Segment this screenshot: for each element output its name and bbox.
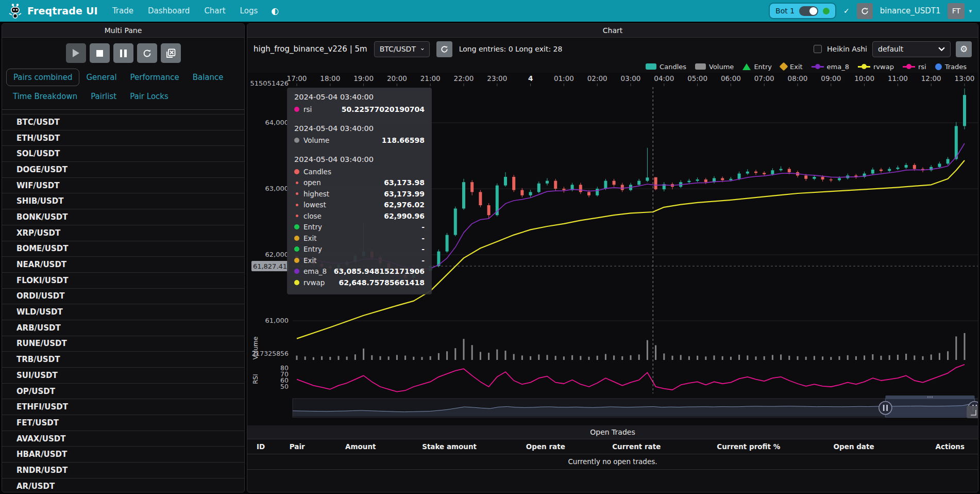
open-trades-header: Open Trades <box>247 425 978 439</box>
pair-list-item[interactable]: AR/USDT <box>2 479 244 492</box>
refresh-icon <box>143 49 151 58</box>
pair-list-item[interactable]: BTC/USDT <box>2 114 244 130</box>
legend-item-rvwap[interactable]: rvwap <box>858 63 894 71</box>
brand[interactable]: Freqtrade UI <box>8 3 98 19</box>
column-header-actions[interactable]: Actions <box>897 439 978 454</box>
series-marker-icon <box>294 258 299 263</box>
plot-config-select[interactable]: default <box>872 41 951 57</box>
pair-list-item[interactable]: FET/USDT <box>2 415 244 431</box>
svg-text:17:00: 17:00 <box>287 74 307 83</box>
svg-text:62,000: 62,000 <box>265 251 289 258</box>
legend-item-trades[interactable]: Trades <box>935 63 967 71</box>
pair-list-item[interactable]: WIF/USDT <box>2 178 244 194</box>
column-header-open-date[interactable]: Open date <box>811 439 897 454</box>
tab-pair-locks[interactable]: Pair Locks <box>123 88 175 105</box>
pair-list-item[interactable]: NEAR/USDT <box>2 257 244 273</box>
legend-label: rsi <box>918 63 926 71</box>
play-button[interactable] <box>66 43 86 63</box>
theme-toggle-icon[interactable]: ◐ <box>271 6 279 16</box>
svg-text:64,000: 64,000 <box>265 119 289 126</box>
tab-performance[interactable]: Performance <box>124 69 186 86</box>
legend-label: Trades <box>945 63 967 71</box>
tooltip-row-rvwap: rvwap62,648.75785661418 <box>294 277 425 288</box>
pair-list-item[interactable]: XRP/USDT <box>2 225 244 241</box>
tab-general[interactable]: General <box>79 69 123 86</box>
trades-legend-marker-icon <box>935 63 942 70</box>
nav-link-chart[interactable]: Chart <box>204 6 225 15</box>
tooltip-label: Volume <box>303 136 329 144</box>
nav-link-trade[interactable]: Trade <box>112 6 133 15</box>
column-header-pair[interactable]: Pair <box>285 439 327 454</box>
tab-balance[interactable]: Balance <box>186 69 230 86</box>
chart-toolbar: high_frog_binance_v226 | 5m BTC/USDT Lon… <box>247 38 978 60</box>
pair-list-item[interactable]: BONK/USDT <box>2 209 244 225</box>
tooltip-row-close: close62,990.96 <box>294 210 425 222</box>
pause-icon <box>120 50 127 57</box>
column-header-open-rate[interactable]: Open rate <box>504 439 587 454</box>
forceexit-all-button[interactable] <box>161 43 181 63</box>
column-header-amount[interactable]: Amount <box>327 439 395 454</box>
no-open-trades-message: Currently no open trades. <box>247 454 978 470</box>
tooltip-label: Entry <box>303 223 322 231</box>
pair-list-item[interactable]: SUI/USDT <box>2 368 244 384</box>
pair-list-item[interactable]: SOL/USDT <box>2 146 244 162</box>
pair-list-item[interactable]: TRB/USDT <box>2 352 244 368</box>
column-header-current-rate[interactable]: Current rate <box>587 439 686 454</box>
user-avatar[interactable]: FT <box>948 3 965 19</box>
legend-item-ema_8[interactable]: ema_8 <box>812 63 849 71</box>
pair-list-item[interactable]: FLOKI/USDT <box>2 273 244 289</box>
pause-button[interactable] <box>113 43 133 63</box>
refresh-chart-button[interactable] <box>436 41 452 57</box>
svg-text:RSI: RSI <box>252 374 259 384</box>
pair-list-item[interactable]: DOGE/USDT <box>2 162 244 178</box>
heikin-ashi-checkbox[interactable] <box>814 45 822 53</box>
legend-item-volume[interactable]: Volume <box>695 63 734 71</box>
reload-trades-button[interactable] <box>137 43 157 63</box>
pair-list-item[interactable]: ORDI/USDT <box>2 289 244 305</box>
entry-legend-marker-icon <box>742 63 751 70</box>
user-menu-caret-icon[interactable]: ▾ <box>969 8 972 14</box>
pair-list-item[interactable]: ETHFI/USDT <box>2 399 244 415</box>
svg-text:61,827.41: 61,827.41 <box>253 262 287 270</box>
pair-list-item[interactable]: RNDR/USDT <box>2 463 244 479</box>
stop-button[interactable] <box>90 43 110 63</box>
tab-pairs-combined[interactable]: Pairs combined <box>6 69 79 86</box>
pair-list-item[interactable]: ETH/USDT <box>2 130 244 146</box>
heikin-ashi-label: Heikin Ashi <box>827 45 867 53</box>
chevron-down-icon <box>421 47 424 52</box>
nav-link-dashboard[interactable]: Dashboard <box>148 6 190 15</box>
column-header-stake-amount[interactable]: Stake amount <box>395 439 504 454</box>
tooltip-row-highest: highest63,173.99 <box>294 188 425 200</box>
pair-list-item[interactable]: AVAX/USDT <box>2 431 244 447</box>
svg-text:19:00: 19:00 <box>353 74 374 83</box>
legend-item-rsi[interactable]: rsi <box>903 63 926 71</box>
tooltip-value: 63,173.98 <box>384 178 425 187</box>
series-marker-icon <box>296 192 298 195</box>
pair-list-item[interactable]: RUNE/USDT <box>2 336 244 352</box>
reload-icon <box>861 7 869 15</box>
bot-toggle[interactable] <box>799 6 818 16</box>
chart-area[interactable]: 64,00063,00062,00061,00051505142617:0018… <box>247 73 978 425</box>
pair-list-item[interactable]: SHIB/USDT <box>2 193 244 209</box>
tooltip-row-candles: Candles <box>294 166 425 177</box>
reload-bot-button[interactable] <box>857 3 873 19</box>
pair-list-item[interactable]: ARB/USDT <box>2 320 244 336</box>
tab-time-breakdown[interactable]: Time Breakdown <box>6 88 84 105</box>
column-header-current-profit-pct[interactable]: Current profit % <box>686 439 811 454</box>
pair-list-item[interactable]: WLD/USDT <box>2 304 244 320</box>
pair-list-item[interactable]: HBAR/USDT <box>2 447 244 463</box>
pair-list-item[interactable]: OP/USDT <box>2 384 244 400</box>
pair-list-item[interactable]: BOME/USDT <box>2 241 244 257</box>
nav-link-logs[interactable]: Logs <box>240 6 258 15</box>
bot-selector[interactable]: Bot 1 <box>769 3 836 19</box>
plot-settings-button[interactable]: ⚙ <box>956 41 972 57</box>
column-header-id[interactable]: ID <box>247 439 285 454</box>
legend-item-candles[interactable]: Candles <box>646 63 686 71</box>
pair-select[interactable]: BTC/USDT <box>374 41 430 57</box>
tooltip-label: Exit <box>303 234 317 242</box>
svg-text:13:00: 13:00 <box>955 74 975 83</box>
svg-text:05:00: 05:00 <box>687 74 707 83</box>
legend-item-entry[interactable]: Entry <box>742 63 772 71</box>
legend-item-exit[interactable]: Exit <box>781 63 803 71</box>
tab-pairlist[interactable]: Pairlist <box>84 88 123 105</box>
